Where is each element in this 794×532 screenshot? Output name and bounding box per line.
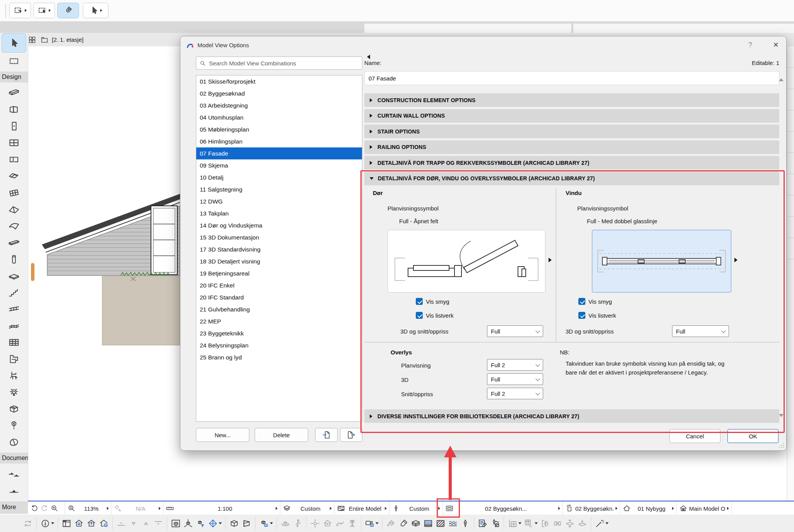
combination-item[interactable]: 20 IFC Enkel bbox=[196, 279, 362, 291]
combination-item[interactable]: 19 Betjeningsareal bbox=[196, 267, 362, 279]
sidebar-column-tool[interactable] bbox=[2, 251, 26, 267]
combination-item[interactable]: 10 Detalj bbox=[196, 171, 362, 183]
toolbar-marker-up-button[interactable] bbox=[140, 518, 152, 529]
toolbar-look-to-button[interactable] bbox=[309, 518, 321, 529]
door-vis-smyg-checkbox[interactable] bbox=[416, 298, 423, 305]
combination-list[interactable]: 01 Skisse/forprosjekt02 Byggesøknad03 Ar… bbox=[196, 75, 362, 422]
toolbar-view-3d-button[interactable] bbox=[170, 518, 182, 529]
status-zoom-level[interactable]: 113% bbox=[65, 501, 111, 515]
sidebar-skylight-tool[interactable] bbox=[2, 168, 26, 184]
toolbar-cutaway-3d-button[interactable] bbox=[228, 518, 240, 529]
sidebar-beam-tool[interactable] bbox=[2, 234, 26, 251]
toolbar-pen-hatch-button[interactable] bbox=[489, 518, 501, 529]
combination-item[interactable]: 04 Utomhusplan bbox=[196, 111, 362, 123]
toolbar-slab-updown-button[interactable] bbox=[564, 518, 576, 529]
window-vis-listverk-checkbox[interactable] bbox=[578, 312, 585, 319]
toolbar-story-down-button[interactable] bbox=[73, 518, 85, 529]
toolbar-filter-3d-button[interactable] bbox=[195, 518, 206, 529]
toolbar-waves-button[interactable] bbox=[447, 518, 459, 529]
delete-button[interactable]: Delete bbox=[255, 428, 308, 442]
toolbar-pen-button[interactable] bbox=[460, 518, 471, 529]
combination-item[interactable]: 25 Brann og lyd bbox=[196, 351, 362, 363]
sidebar-zone-tool[interactable] bbox=[2, 351, 26, 367]
quad-view-icon[interactable] bbox=[28, 36, 36, 44]
sidebar-marker-tool[interactable] bbox=[2, 417, 26, 434]
window-plan-symbol-preview[interactable] bbox=[592, 230, 731, 293]
search-input[interactable] bbox=[208, 60, 362, 67]
combination-item[interactable]: 11 Salgstegning bbox=[196, 183, 362, 195]
toolbar-axo-3d-button[interactable] bbox=[182, 518, 194, 529]
combination-item[interactable]: 24 Belysningsplan bbox=[196, 339, 362, 351]
toolbar-info-button[interactable] bbox=[39, 518, 55, 529]
combination-item[interactable]: 14 Dør og Vinduskjema bbox=[196, 219, 362, 231]
cancel-button[interactable]: Cancel bbox=[669, 429, 720, 443]
scroll-up-icon[interactable] bbox=[779, 78, 784, 81]
combination-item[interactable]: 01 Skisse/forprosjekt bbox=[196, 75, 362, 87]
window-vis-smyg-checkbox[interactable] bbox=[578, 298, 585, 305]
toolbar-story-up-button[interactable] bbox=[86, 518, 97, 529]
toolbar-orbit-button[interactable] bbox=[280, 518, 291, 529]
toolbar-marker-down-button[interactable] bbox=[128, 518, 139, 529]
toolbar-window-select-button[interactable] bbox=[523, 518, 538, 529]
window-symbol-next-icon[interactable] bbox=[734, 258, 737, 262]
toolbar-door-flip-button[interactable] bbox=[539, 518, 551, 529]
section-construction-element-options[interactable]: CONSTRUCTION ELEMENT OPTIONS bbox=[364, 93, 779, 107]
sidebar-level-dimension-tool[interactable] bbox=[2, 466, 26, 482]
toolbar-perspective-3d-button[interactable] bbox=[241, 518, 252, 529]
sidebar-group-design[interactable]: Design bbox=[0, 72, 28, 82]
sidebar-lamp-tool[interactable] bbox=[2, 384, 26, 400]
sidebar-roof-tool[interactable] bbox=[2, 201, 26, 217]
section-railing-options[interactable]: RAILING OPTIONS bbox=[364, 140, 779, 154]
toolbar-marker-down-line-button[interactable] bbox=[115, 518, 127, 529]
resize-grip[interactable] bbox=[779, 443, 784, 448]
sidebar-elevation-marker-tool[interactable] bbox=[2, 482, 26, 499]
tab-first-floor[interactable]: [2. 1. etasje] bbox=[52, 36, 84, 43]
sidebar-door-tool[interactable] bbox=[2, 101, 26, 118]
section-stair-railing-symbols[interactable]: DETALJNIVÅ FOR TRAPP OG REKKVERKSSYMBOLE… bbox=[364, 156, 779, 169]
toolbar-brick-button[interactable] bbox=[410, 518, 422, 529]
toolbar-hatch-lines-button[interactable] bbox=[422, 518, 434, 529]
sidebar-door-leaf-tool[interactable] bbox=[2, 118, 26, 134]
sidebar-shell-tool[interactable] bbox=[2, 218, 26, 234]
ok-button[interactable]: OK bbox=[727, 429, 779, 443]
combination-item[interactable]: 15 3D Dokumentasjon bbox=[196, 231, 362, 243]
name-input[interactable] bbox=[364, 71, 779, 85]
status-model-view-options[interactable]: 02 Byggesøkn... bbox=[443, 501, 563, 515]
section-door-window-symbols[interactable]: DETALJNIVÅ FOR DØR, VINDU OG OVERLYSSYMB… bbox=[364, 172, 779, 185]
sidebar-railing-tool[interactable] bbox=[2, 301, 26, 317]
status-scale[interactable]: 1:100 bbox=[163, 501, 280, 515]
toolbar-arrow-tool-button[interactable] bbox=[83, 3, 108, 18]
skylight-3d-dropdown[interactable]: Full bbox=[487, 373, 543, 385]
skylight-plan-dropdown[interactable]: Full 2 bbox=[487, 359, 543, 371]
sidebar-corner-window-tool[interactable] bbox=[2, 151, 26, 168]
toolbar-pen-document-button[interactable] bbox=[477, 518, 489, 529]
toolbar-select-area-button[interactable] bbox=[33, 3, 55, 18]
combination-item[interactable]: 02 Byggesøknad bbox=[196, 87, 362, 99]
sidebar-slab-tool[interactable] bbox=[2, 268, 26, 284]
toolbar-window-frame-button[interactable] bbox=[61, 518, 72, 529]
sidebar-marquee[interactable] bbox=[2, 53, 26, 69]
status-renovation-filter[interactable]: Entire Model bbox=[334, 501, 389, 515]
toolbar-hatch-diagonal-button[interactable] bbox=[435, 518, 446, 529]
toolbar-marker-up-line-button[interactable] bbox=[153, 518, 164, 529]
sidebar-grid-tool[interactable] bbox=[2, 334, 26, 351]
search-field[interactable] bbox=[196, 56, 362, 70]
status-quick-options[interactable]: N/A bbox=[111, 501, 163, 515]
combination-item[interactable]: 03 Arbeidstegning bbox=[196, 99, 362, 111]
door-3d-section-dropdown[interactable]: Full bbox=[487, 325, 543, 337]
combination-item[interactable]: 21 Gulvbehandling bbox=[196, 303, 362, 315]
door-plan-symbol-preview[interactable] bbox=[388, 230, 545, 293]
toolbar-camera-settings-button[interactable] bbox=[364, 518, 379, 529]
status-structure-display[interactable]: 01 Nybygg bbox=[620, 501, 677, 515]
toolbar-scene-settings-3d-button[interactable] bbox=[258, 518, 274, 529]
toolbar-undo-redo-button[interactable] bbox=[22, 518, 34, 529]
toolbar-marquee-arrow-button[interactable] bbox=[9, 3, 31, 18]
toolbar-story-settings-button[interactable] bbox=[98, 518, 110, 529]
sidebar-arrow-tool[interactable] bbox=[2, 33, 26, 53]
toolbar-brush-button[interactable] bbox=[398, 518, 409, 529]
status-stories[interactable]: Main Model O... bbox=[677, 501, 732, 515]
status-view-history[interactable] bbox=[28, 501, 65, 515]
sidebar-morph-tool[interactable] bbox=[2, 434, 26, 450]
sidebar-stair-tool[interactable] bbox=[2, 284, 26, 301]
toolbar-walk-button[interactable] bbox=[292, 518, 304, 529]
